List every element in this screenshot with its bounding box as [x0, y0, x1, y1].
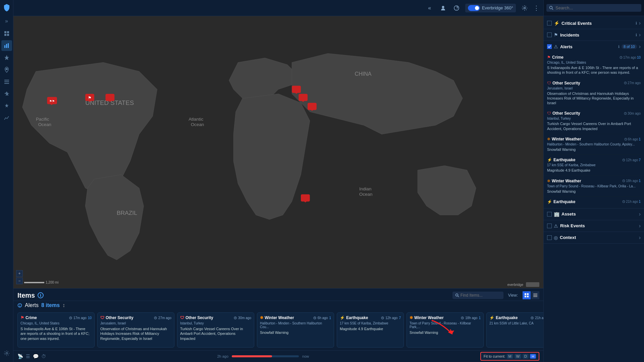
section-checkbox-alerts[interactable] — [547, 44, 552, 49]
svg-line-42 — [458, 296, 459, 297]
sidebar-item-dashboard[interactable] — [1, 28, 12, 39]
right-sidebar-alert-item[interactable]: ❄ Winter Weather 6h ago 1 Haliburton - M… — [544, 134, 644, 155]
map-area[interactable]: UNITED STATES Pacific Ocean Atlantic Oce… — [13, 16, 543, 288]
section-icon-critical-events: ⚡ — [554, 20, 559, 26]
alert-filter-icon — [17, 303, 22, 308]
panel-search[interactable] — [452, 292, 503, 299]
fit-month-button[interactable]: M — [507, 354, 513, 359]
right-sidebar-alert-item[interactable]: ⚡ Earthquake 12h ago 7 17 km SSE of Kari… — [544, 155, 644, 176]
right-sidebar-alert-item[interactable]: 🛡 Other Security 30m ago Istanbul, Turke… — [544, 108, 644, 134]
section-info-critical-events[interactable]: ℹ — [636, 21, 637, 25]
section-header-critical-events[interactable]: ⚡ Critical Events ℹ › — [544, 17, 644, 29]
timeline-start: 2h ago — [217, 354, 228, 358]
alert-card[interactable]: ⚑ Crime 17m ago 10 Chicago, IL, United S… — [17, 312, 95, 348]
collapse-icon-assets[interactable]: › — [639, 211, 641, 217]
right-sidebar-alert-item[interactable]: 🛡 Other Security 27m ago Jerusalem, Isra… — [544, 78, 644, 109]
sidebar-collapse-button[interactable]: » — [2, 17, 11, 25]
alert-card[interactable]: ⚡ Earthquake 21h ago 1 21 km SSW of Litt… — [486, 312, 543, 348]
settings-icon[interactable] — [520, 3, 529, 13]
section-info-alerts[interactable]: ℹ — [618, 45, 620, 49]
sidebar-item-list[interactable] — [1, 76, 12, 87]
alert-item-icon: ⚑ — [547, 55, 551, 60]
right-sidebar-alert-item[interactable]: ⚡ Earthquake 21h ago 1 — [544, 197, 644, 208]
svg-text:Ocean: Ocean — [38, 122, 51, 127]
section-checkbox-critical-events[interactable] — [547, 21, 552, 25]
alert-item-count: 10 — [637, 56, 641, 59]
section-header-assets[interactable]: 🏢 Assets › — [544, 208, 644, 220]
alert-card[interactable]: 🛡 Other Security 30m ago Istanbul, Turke… — [177, 312, 254, 348]
section-icon-context: ◎ — [554, 235, 558, 240]
card-time: 30m ago — [238, 316, 251, 320]
profile-icon[interactable] — [438, 3, 448, 13]
sidebar-item-map[interactable] — [1, 64, 12, 75]
footer-rss-icon[interactable]: 📡 — [17, 354, 23, 359]
sidebar-item-settings[interactable] — [1, 348, 12, 359]
list-view-button[interactable] — [531, 291, 539, 299]
card-header: ⚡ Earthquake 12h ago 7 — [340, 315, 401, 320]
right-sidebar-alert-item[interactable]: ❄ Winter Weather 18h ago 1 Town of Parry… — [544, 176, 644, 197]
section-header-alerts[interactable]: ⚠ Alerts ℹ 8 of 10 › — [544, 41, 644, 52]
help-icon[interactable] — [452, 3, 461, 13]
card-time: 6h ago — [318, 316, 328, 320]
card-type-icon: 🛡 — [180, 315, 184, 320]
alert-card[interactable]: ❄ Winter Weather 18h ago 1 Town of Parry… — [407, 312, 484, 348]
panel-info-icon[interactable]: ℹ — [38, 292, 44, 298]
alert-card[interactable]: 🛡 Other Security 27m ago Jerusalem, Isra… — [97, 312, 174, 348]
section-checkbox-incidents[interactable] — [547, 33, 552, 37]
section-info-incidents[interactable]: ℹ — [636, 33, 637, 37]
collapse-icon-critical-events[interactable]: › — [639, 20, 641, 26]
panel-search-input[interactable] — [461, 293, 501, 298]
collapse-icon[interactable]: « — [425, 3, 434, 13]
section-header-risk-events[interactable]: ⚠ Risk Events › — [544, 220, 644, 232]
sidebar-item-flights[interactable] — [1, 88, 12, 99]
footer-list-icon[interactable]: ☰ — [26, 354, 30, 359]
right-search-input[interactable] — [555, 5, 639, 10]
sidebar-item-star[interactable] — [1, 101, 12, 111]
collapse-icon-incidents[interactable]: › — [639, 32, 641, 38]
collapse-icon-alerts[interactable]: › — [639, 44, 641, 50]
more-options-icon[interactable]: ⋮ — [533, 4, 539, 12]
fit-hour-button[interactable]: H — [530, 354, 536, 359]
section-checkbox-risk-events[interactable] — [547, 224, 552, 228]
alert-card[interactable]: ⚡ Earthquake 12h ago 7 17 km SSE of Kari… — [337, 312, 404, 348]
sidebar-item-chart[interactable] — [1, 113, 12, 123]
svg-rect-28 — [105, 94, 114, 101]
section-header-context[interactable]: ◎ Context › — [544, 232, 644, 243]
everbridge-toggle[interactable]: Everbridge 360° — [465, 4, 516, 12]
collapse-icon-risk-events[interactable]: › — [639, 223, 641, 229]
card-type-label: Other Security — [185, 315, 213, 320]
main-content: « Everbridge 360° ⋮ — [13, 0, 543, 362]
right-sidebar-alert-item[interactable]: ⚑ Crime 17m ago 10 Chicago, IL, United S… — [544, 52, 644, 78]
card-type-label: Winter Weather — [265, 315, 294, 320]
footer-comment-icon[interactable]: 💬 — [33, 354, 39, 359]
alert-card[interactable]: ❄ Winter Weather 6h ago 1 Haliburton - M… — [257, 312, 334, 348]
map-attribution: everbridge — [507, 282, 539, 287]
toggle-switch[interactable] — [468, 5, 480, 11]
section-checkbox-assets[interactable] — [547, 212, 552, 217]
sidebar-item-alerts[interactable] — [1, 52, 12, 63]
card-type: ❄ Winter Weather — [410, 315, 444, 320]
panel-search-icon — [455, 293, 459, 297]
svg-point-52 — [20, 306, 20, 307]
right-search-bar[interactable] — [546, 4, 641, 12]
fit-day-button[interactable]: D — [523, 354, 529, 359]
section-checkbox-context[interactable] — [547, 235, 552, 240]
footer-clock-icon[interactable]: ⏱ — [41, 354, 46, 359]
collapse-icon-context[interactable]: › — [639, 235, 641, 241]
fit-week-button[interactable]: W — [515, 354, 521, 359]
panel-title: Items — [17, 292, 35, 299]
sidebar-item-analytics[interactable] — [1, 40, 12, 51]
card-meta: 18h ago 1 — [461, 316, 481, 320]
view-label: View: — [508, 293, 518, 298]
section-header-incidents[interactable]: ⚑ Incidents ℹ › — [544, 29, 644, 41]
zoom-out-button[interactable]: − — [16, 278, 23, 284]
card-type: 🛡 Other Security — [100, 315, 133, 320]
card-count: 10 — [88, 316, 92, 320]
grid-view-button[interactable] — [523, 291, 531, 299]
timeline-bar[interactable] — [232, 355, 299, 357]
section-title-assets: Assets — [561, 212, 637, 217]
section-icon-incidents: ⚑ — [554, 32, 558, 38]
zoom-in-button[interactable]: + — [16, 270, 23, 277]
sort-icon[interactable]: ↕ — [62, 302, 65, 308]
svg-text:⚑⚑: ⚑⚑ — [49, 100, 55, 103]
